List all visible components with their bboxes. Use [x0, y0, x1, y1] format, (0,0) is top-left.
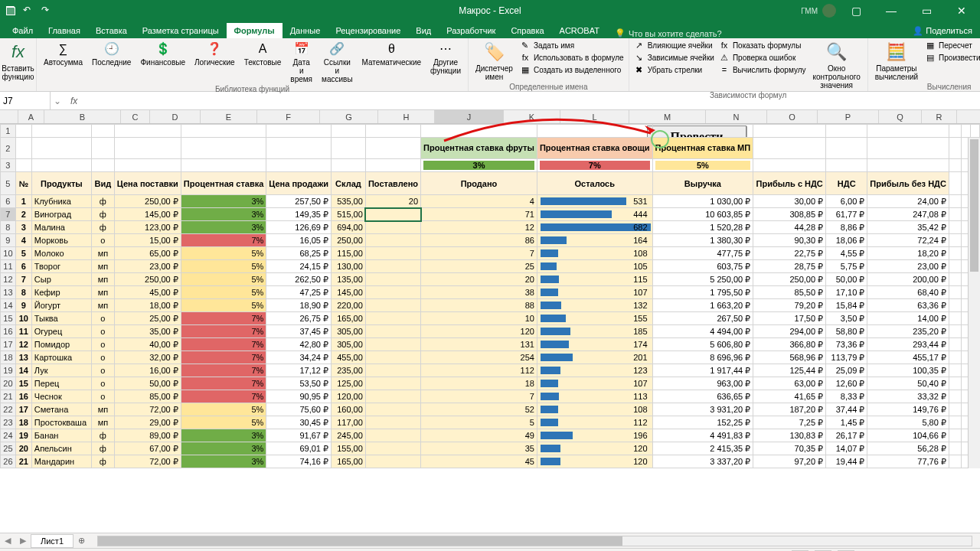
cell[interactable]: [365, 416, 420, 429]
add-sheet-icon[interactable]: ⊕: [74, 536, 90, 546]
cell[interactable]: 455,17 ₽: [867, 351, 949, 364]
cell[interactable]: Молоко: [31, 247, 91, 260]
cell[interactable]: 108: [537, 403, 652, 416]
row-7[interactable]: 7: [1, 208, 16, 221]
row-3[interactable]: 3: [1, 159, 16, 172]
col-D[interactable]: D: [150, 110, 201, 123]
avatar[interactable]: [822, 4, 836, 18]
cell[interactable]: 2: [15, 208, 31, 221]
tab-данные[interactable]: Данные: [283, 23, 328, 38]
cell[interactable]: 174: [537, 338, 652, 351]
cell[interactable]: 5%: [181, 416, 266, 429]
cell[interactable]: 61,77 ₽: [826, 208, 867, 221]
cell[interactable]: [826, 138, 867, 159]
cell[interactable]: 5%: [181, 273, 266, 286]
cell[interactable]: 4,55 ₽: [826, 247, 867, 260]
cell[interactable]: 7%: [537, 159, 652, 172]
cell[interactable]: 4 491,83 ₽: [652, 429, 753, 442]
cell[interactable]: 7%: [181, 390, 266, 403]
cell[interactable]: 963,00 ₽: [652, 377, 753, 390]
namelines-1[interactable]: fxИспользовать в формуле: [520, 52, 624, 63]
cell[interactable]: [365, 234, 420, 247]
cell[interactable]: 294,00 ₽: [753, 325, 826, 338]
cell[interactable]: 32,00 ₽: [114, 351, 181, 364]
cell[interactable]: 235,20 ₽: [867, 325, 949, 338]
cell[interactable]: мп: [92, 286, 115, 299]
cell[interactable]: 112: [537, 416, 652, 429]
cell[interactable]: [949, 125, 961, 138]
cell[interactable]: 1 795,50 ₽: [652, 286, 753, 299]
cell[interactable]: [365, 208, 420, 221]
row-16[interactable]: 16: [1, 325, 16, 338]
cell[interactable]: [365, 286, 420, 299]
row-1[interactable]: 1: [1, 125, 16, 138]
cell[interactable]: 50,00 ₽: [826, 273, 867, 286]
col-Q[interactable]: Q: [879, 110, 922, 123]
cell[interactable]: 38: [421, 286, 537, 299]
cell[interactable]: 25,00 ₽: [114, 312, 181, 325]
cell[interactable]: 15,84 ₽: [826, 299, 867, 312]
cell[interactable]: 79,20 ₽: [753, 299, 826, 312]
cell[interactable]: Мандарин: [31, 455, 91, 468]
cell[interactable]: Процентная ставка: [181, 172, 266, 195]
cell[interactable]: №: [15, 172, 31, 195]
cell[interactable]: [949, 429, 961, 442]
cell[interactable]: 7%: [181, 234, 266, 247]
cell[interactable]: 18,06 ₽: [826, 234, 867, 247]
cell[interactable]: [949, 159, 961, 172]
row-12[interactable]: 12: [1, 273, 16, 286]
cell[interactable]: 149,76 ₽: [867, 403, 949, 416]
cell[interactable]: [971, 125, 980, 138]
row-6[interactable]: 6: [1, 195, 16, 208]
cell[interactable]: [365, 377, 420, 390]
cell[interactable]: 53,50 ₽: [266, 377, 332, 390]
cell[interactable]: [92, 125, 115, 138]
cell[interactable]: 45: [421, 455, 537, 468]
cell[interactable]: [949, 138, 961, 159]
cell[interactable]: 149,35 ₽: [266, 208, 332, 221]
cell[interactable]: 250,00 ₽: [753, 273, 826, 286]
cell[interactable]: 254: [421, 351, 537, 364]
cell[interactable]: 88: [421, 299, 537, 312]
cell[interactable]: [31, 125, 91, 138]
cell[interactable]: [867, 159, 949, 172]
cell[interactable]: о: [92, 234, 115, 247]
cell[interactable]: [181, 125, 266, 138]
cell[interactable]: 63,00 ₽: [753, 377, 826, 390]
grid[interactable]: ABCDEFGHJKLMNOPQRПровести✋ 12Процентная …: [0, 110, 980, 533]
cell[interactable]: о: [92, 377, 115, 390]
cell[interactable]: 250,00: [332, 234, 366, 247]
cell[interactable]: 130,00: [332, 260, 366, 273]
cell[interactable]: 235,00: [332, 364, 366, 377]
cell[interactable]: 245,00: [332, 429, 366, 442]
row-26[interactable]: 26: [1, 455, 16, 468]
cell[interactable]: 18: [421, 377, 537, 390]
cell[interactable]: 152,25 ₽: [652, 416, 753, 429]
cell[interactable]: 68,25 ₽: [266, 247, 332, 260]
cell[interactable]: 28,75 ₽: [753, 260, 826, 273]
cell[interactable]: 52: [421, 403, 537, 416]
namelines-2[interactable]: ▦Создать из выделенного: [520, 64, 621, 75]
cell[interactable]: 71: [421, 208, 537, 221]
col-N[interactable]: N: [706, 110, 767, 123]
cell[interactable]: 41,65 ₽: [753, 390, 826, 403]
row-17[interactable]: 17: [1, 338, 16, 351]
cell[interactable]: [266, 159, 332, 172]
cell[interactable]: 17,12 ₽: [266, 364, 332, 377]
lib-6[interactable]: 🔗Ссылки и массивы: [319, 40, 355, 85]
cell[interactable]: 45,00 ₽: [114, 286, 181, 299]
tab-главная[interactable]: Главная: [41, 23, 88, 38]
cell[interactable]: 74,16 ₽: [266, 455, 332, 468]
cell[interactable]: 44,28 ₽: [753, 221, 826, 234]
cell[interactable]: ф: [92, 221, 115, 234]
cell[interactable]: 7%: [181, 364, 266, 377]
cell[interactable]: [365, 138, 420, 159]
cell[interactable]: 1 520,28 ₽: [652, 221, 753, 234]
cell[interactable]: 85,00 ₽: [114, 390, 181, 403]
cell[interactable]: 35: [421, 442, 537, 455]
cell[interactable]: мп: [92, 403, 115, 416]
cell[interactable]: 107: [537, 286, 652, 299]
cell[interactable]: [949, 221, 961, 234]
cell[interactable]: Цена продажи: [266, 172, 332, 195]
cell[interactable]: 30,00 ₽: [753, 195, 826, 208]
